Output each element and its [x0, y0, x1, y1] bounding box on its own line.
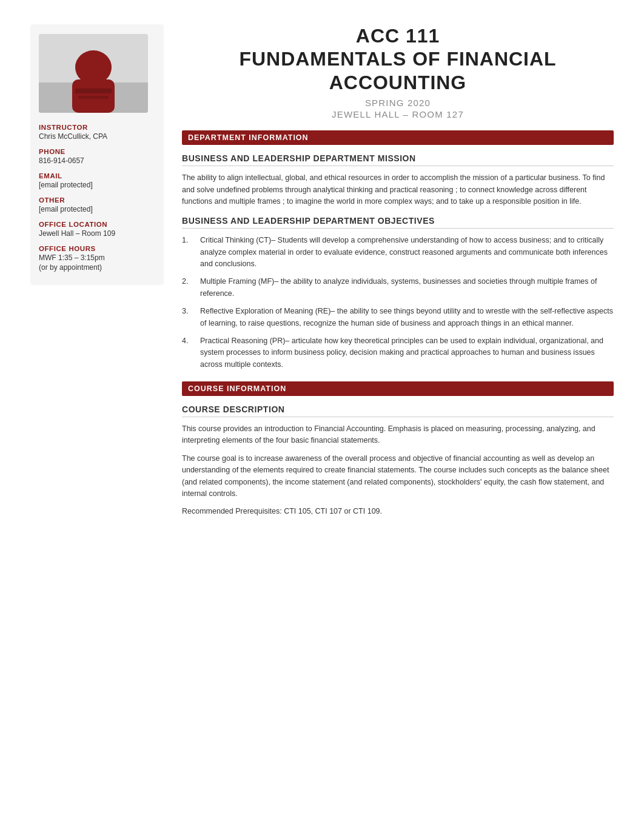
course-description-para2: The course goal is to increase awareness…: [182, 453, 614, 500]
course-term: SPRING 2020: [182, 98, 614, 108]
objective-item-3: 3. Reflective Exploration of Meaning (RE…: [182, 306, 614, 329]
sidebar: INSTRUCTOR Chris McCullick, CPA PHONE 81…: [30, 24, 164, 285]
office-location-label: OFFICE LOCATION: [39, 221, 155, 228]
course-section-bar: COURSE INFORMATION: [182, 381, 614, 396]
page-layout: INSTRUCTOR Chris McCullick, CPA PHONE 81…: [30, 24, 614, 524]
mission-text: The ability to align intellectual, globa…: [182, 172, 614, 207]
obj-text-4: Practical Reasoning (PR)– articulate how…: [200, 335, 614, 371]
obj-text-3: Reflective Exploration of Meaning (RE)– …: [200, 306, 614, 329]
objective-item-2: 2. Multiple Framing (MF)– the ability to…: [182, 276, 614, 300]
svg-point-2: [75, 50, 112, 84]
course-code: ACC 111: [182, 24, 614, 47]
office-hours-label: OFFICE HOURS: [39, 245, 155, 252]
instructor-photo: [39, 34, 148, 113]
objective-item-4: 4. Practical Reasoning (PR)– articulate …: [182, 335, 614, 371]
department-section-bar: DEPARTMENT INFORMATION: [182, 130, 614, 145]
obj-num-3: 3.: [182, 306, 195, 329]
course-location: JEWELL HALL – ROOM 127: [182, 109, 614, 119]
phone-value: 816-914-0657: [39, 156, 155, 165]
main-content: ACC 111 FUNDAMENTALS OF FINANCIAL ACCOUN…: [182, 24, 614, 524]
photo-bg: [39, 34, 148, 113]
other-label: OTHER: [39, 196, 155, 204]
course-title-line1: FUNDAMENTALS OF FINANCIAL: [182, 47, 614, 70]
photo-placeholder-svg: [39, 34, 148, 113]
objectives-title: BUSINESS AND LEADERSHIP DEPARTMENT OBJEC…: [182, 216, 614, 229]
email-label: EMAIL: [39, 172, 155, 179]
obj-num-4: 4.: [182, 335, 195, 371]
obj-text-1: Critical Thinking (CT)– Students will de…: [200, 235, 614, 270]
course-header: ACC 111 FUNDAMENTALS OF FINANCIAL ACCOUN…: [182, 24, 614, 119]
office-location-value: Jewell Hall – Room 109: [39, 229, 155, 238]
objectives-list: 1. Critical Thinking (CT)– Students will…: [182, 235, 614, 371]
office-hours-note: (or by appointment): [39, 263, 155, 272]
office-hours-value: MWF 1:35 – 3:15pm: [39, 253, 155, 262]
obj-text-2: Multiple Framing (MF)– the ability to an…: [200, 276, 614, 300]
course-description-para1: This course provides an introduction to …: [182, 423, 614, 447]
phone-label: PHONE: [39, 148, 155, 155]
obj-num-2: 2.: [182, 276, 195, 300]
instructor-name: Chris McCullick, CPA: [39, 132, 155, 141]
other-value: [email protected]: [39, 205, 155, 213]
course-description-title: COURSE DESCRIPTION: [182, 404, 614, 417]
email-value: [email protected]: [39, 181, 155, 189]
svg-rect-4: [75, 89, 112, 93]
course-prereqs: Recommended Prerequisites: CTI 105, CTI …: [182, 506, 614, 517]
course-title-line2: ACCOUNTING: [182, 71, 614, 94]
svg-rect-5: [78, 96, 109, 99]
mission-title: BUSINESS AND LEADERSHIP DEPARTMENT MISSI…: [182, 153, 614, 166]
instructor-label: INSTRUCTOR: [39, 124, 155, 131]
objective-item-1: 1. Critical Thinking (CT)– Students will…: [182, 235, 614, 270]
obj-num-1: 1.: [182, 235, 195, 270]
